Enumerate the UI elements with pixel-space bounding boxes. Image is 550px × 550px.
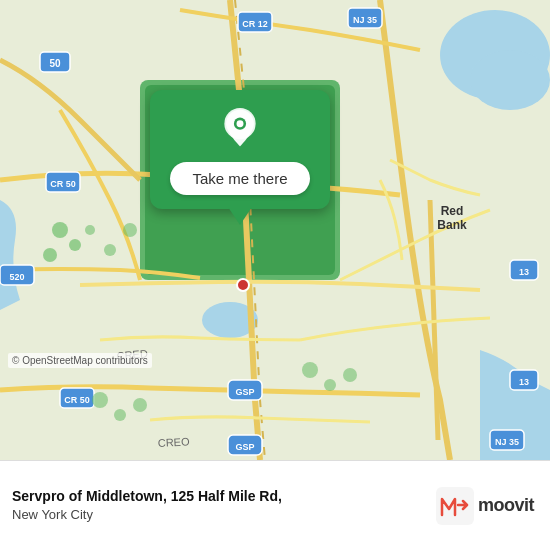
location-pin-icon [220, 108, 260, 148]
svg-text:Bank: Bank [437, 218, 467, 232]
svg-point-44 [237, 279, 249, 291]
map-container: 50 CR 12 NJ 35 520 CR 50 GSP GSP 13 13 N… [0, 0, 550, 460]
svg-point-39 [324, 379, 336, 391]
address-block: Servpro of Middletown, 125 Half Mile Rd,… [12, 487, 282, 525]
svg-point-41 [92, 392, 108, 408]
svg-text:CREO: CREO [157, 435, 190, 449]
svg-point-32 [52, 222, 68, 238]
place-name: Servpro of Middletown, 125 Half Mile Rd, [12, 487, 282, 507]
popup-bubble: Take me there [150, 90, 329, 209]
moovit-text: moovit [478, 495, 534, 516]
svg-text:NJ 35: NJ 35 [353, 15, 377, 25]
svg-point-36 [104, 244, 116, 256]
svg-point-47 [237, 120, 244, 127]
svg-text:50: 50 [49, 58, 61, 69]
svg-point-43 [133, 398, 147, 412]
place-location: New York City [12, 506, 282, 524]
svg-text:520: 520 [9, 272, 24, 282]
location-popup: Take me there [130, 90, 350, 209]
svg-point-2 [470, 50, 550, 110]
svg-text:CR 12: CR 12 [242, 19, 268, 29]
svg-point-38 [302, 362, 318, 378]
svg-text:13: 13 [519, 267, 529, 277]
svg-point-34 [43, 248, 57, 262]
svg-point-33 [69, 239, 81, 251]
svg-text:Red: Red [441, 204, 464, 218]
svg-point-35 [85, 225, 95, 235]
moovit-logo: moovit [436, 487, 534, 525]
svg-text:13: 13 [519, 377, 529, 387]
map-background: 50 CR 12 NJ 35 520 CR 50 GSP GSP 13 13 N… [0, 0, 550, 460]
svg-text:GSP: GSP [235, 442, 254, 452]
svg-text:GSP: GSP [235, 387, 254, 397]
info-bar: Servpro of Middletown, 125 Half Mile Rd,… [0, 460, 550, 550]
svg-text:NJ 35: NJ 35 [495, 437, 519, 447]
svg-text:CR 50: CR 50 [64, 395, 90, 405]
moovit-icon [436, 487, 474, 525]
svg-point-37 [123, 223, 137, 237]
svg-point-42 [114, 409, 126, 421]
take-me-there-button[interactable]: Take me there [170, 162, 309, 195]
osm-credit: © OpenStreetMap contributors [8, 353, 152, 368]
svg-text:CR 50: CR 50 [50, 179, 76, 189]
svg-point-40 [343, 368, 357, 382]
